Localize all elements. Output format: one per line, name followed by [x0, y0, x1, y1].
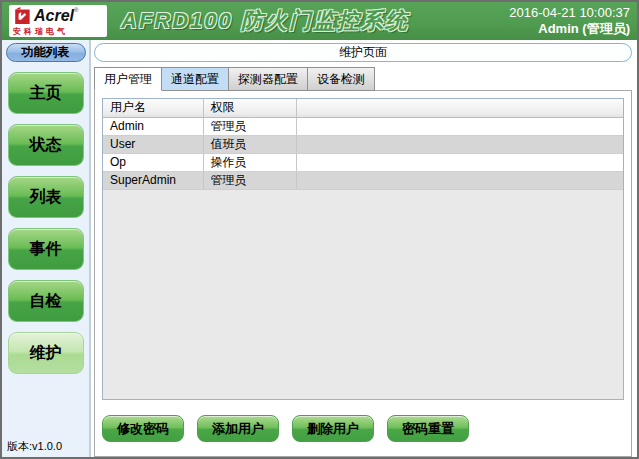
main-area: 维护页面 用户管理 通道配置 探测器配置 设备检测 用户名 权限 [91, 40, 637, 457]
table-row[interactable]: SuperAdmin 管理员 [103, 171, 623, 189]
cell-username[interactable]: Op [103, 153, 203, 171]
cell-permission[interactable]: 值班员 [203, 135, 296, 153]
tab-user-management[interactable]: 用户管理 [94, 67, 162, 91]
user-list-panel: 用户名 权限 Admin 管理员 [102, 98, 624, 400]
user-management-panel: 用户名 权限 Admin 管理员 [94, 90, 632, 457]
tab-detector-config[interactable]: 探测器配置 [229, 67, 308, 91]
datetime-text: 2016-04-21 10:00:37 [509, 5, 630, 21]
cell-username[interactable]: Admin [103, 117, 203, 135]
acrel-logo-icon [13, 7, 31, 24]
header-bar: Acrel® 安科瑞电气 AFRD100 防火门监控系统 2016-04-21 … [2, 2, 637, 40]
brand-text: Acrel [34, 7, 74, 24]
version-label: 版本:v1.0.0 [7, 439, 62, 454]
brand-subtext: 安科瑞电气 [13, 26, 103, 37]
column-header-permission[interactable]: 权限 [203, 99, 296, 117]
reset-password-button[interactable]: 密码重置 [387, 415, 469, 442]
registered-mark: ® [74, 7, 78, 13]
tab-channel-config[interactable]: 通道配置 [162, 67, 229, 91]
cell-permission[interactable]: 操作员 [203, 153, 296, 171]
app-title: AFRD100 防火门监控系统 [121, 6, 409, 36]
cell-permission[interactable]: 管理员 [203, 171, 296, 189]
delete-user-button[interactable]: 删除用户 [292, 415, 374, 442]
user-table: 用户名 权限 Admin 管理员 [103, 99, 623, 190]
change-password-button[interactable]: 修改密码 [102, 415, 184, 442]
column-header-username[interactable]: 用户名 [103, 99, 203, 117]
cell-permission[interactable]: 管理员 [203, 117, 296, 135]
table-row[interactable]: User 值班员 [103, 135, 623, 153]
sidebar-item-status[interactable]: 状态 [8, 124, 84, 166]
acrel-logo: Acrel® 安科瑞电气 [9, 5, 107, 37]
sidebar-item-list[interactable]: 列表 [8, 176, 84, 218]
table-row[interactable]: Admin 管理员 [103, 117, 623, 135]
action-button-row: 修改密码 添加用户 删除用户 密码重置 [102, 415, 624, 442]
app-window: Acrel® 安科瑞电气 AFRD100 防火门监控系统 2016-04-21 … [0, 0, 639, 459]
cell-username[interactable]: SuperAdmin [103, 171, 203, 189]
cell-username[interactable]: User [103, 135, 203, 153]
table-row[interactable]: Op 操作员 [103, 153, 623, 171]
sidebar-header: 功能列表 [6, 43, 86, 62]
tab-bar: 用户管理 通道配置 探测器配置 设备检测 [94, 67, 632, 91]
sidebar-item-events[interactable]: 事件 [8, 228, 84, 270]
table-header-row: 用户名 权限 [103, 99, 623, 117]
logged-in-user: Admin (管理员) [509, 21, 630, 37]
add-user-button[interactable]: 添加用户 [197, 415, 279, 442]
sidebar-item-selfcheck[interactable]: 自检 [8, 280, 84, 322]
column-header-blank [296, 99, 623, 117]
sidebar: 功能列表 主页 状态 列表 事件 自检 维护 版本:v1.0.0 [2, 40, 91, 457]
page-title: 维护页面 [94, 43, 632, 62]
sidebar-item-maintenance[interactable]: 维护 [8, 332, 84, 374]
tab-device-detection[interactable]: 设备检测 [308, 67, 375, 91]
sidebar-item-home[interactable]: 主页 [8, 72, 84, 114]
